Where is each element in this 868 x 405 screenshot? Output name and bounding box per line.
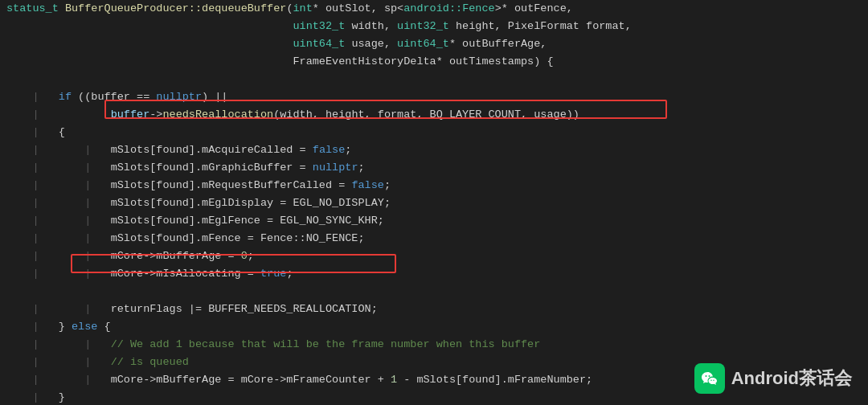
code-line-15: | | mCore->mBufferAge = 0; — [0, 248, 868, 265]
code-line-17 — [0, 283, 868, 301]
code-line-16: | | mCore->mIsAllocating = true; — [0, 265, 868, 283]
wechat-icon — [694, 363, 725, 394]
code-line-3: uint64_t usage, uint64_t* outBufferAge, — [0, 35, 868, 53]
code-line-14: | | mSlots[found].mFence = Fence::NO_FEN… — [0, 230, 868, 248]
code-line-6: | if ((buffer == nullptr) || — [0, 88, 868, 106]
watermark: Android茶话会 — [694, 363, 852, 394]
code-line-12: | | mSlots[found].mEglDisplay = EGL_NO_D… — [0, 194, 868, 212]
code-line-9: | | mSlots[found].mAcquireCalled = false… — [0, 141, 868, 159]
code-line-8: | { — [0, 124, 868, 141]
code-line-20: | | // We add 1 because that will be the… — [0, 336, 868, 354]
code-container: status_t BufferQueueProducer::dequeueBuf… — [0, 0, 868, 405]
code-line-5 — [0, 71, 868, 88]
code-line-19: | } else { — [0, 318, 868, 336]
code-line-13: | | mSlots[found].mEglFence = EGL_NO_SYN… — [0, 212, 868, 230]
code-line-18: | | returnFlags |= BUFFER_NEEDS_REALLOCA… — [0, 301, 868, 318]
code-line-4: FrameEventHistoryDelta* outTimestamps) { — [0, 53, 868, 71]
code-line-10: | | mSlots[found].mGraphicBuffer = nullp… — [0, 159, 868, 177]
watermark-text: Android茶话会 — [731, 366, 852, 391]
code-line-1: status_t BufferQueueProducer::dequeueBuf… — [0, 0, 868, 18]
code-line-2: uint32_t width, uint32_t height, PixelFo… — [0, 18, 868, 35]
code-line-7: | buffer->needsReallocation(width, heigh… — [0, 106, 868, 124]
code-line-11: | | mSlots[found].mRequestBufferCalled =… — [0, 177, 868, 194]
